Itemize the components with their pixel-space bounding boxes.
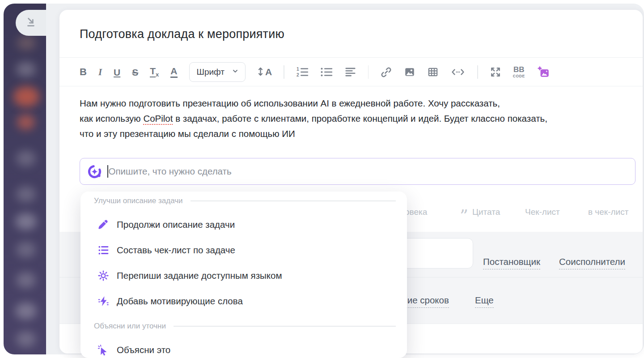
spellcheck-word: CoPilot xyxy=(143,113,173,124)
task-title[interactable]: Подготовка доклада к мероприятию xyxy=(80,26,284,42)
blurred-icon xyxy=(16,331,36,347)
sun-icon xyxy=(97,270,109,281)
checklist-action[interactable]: Чек-лист xyxy=(525,207,560,217)
blurred-icon xyxy=(16,242,36,258)
align-button[interactable] xyxy=(344,66,356,78)
menu-item-make-checklist[interactable]: Составь чек-лист по задаче xyxy=(80,243,402,258)
assigner-link[interactable]: Постановщик xyxy=(483,256,540,269)
blurred-icon xyxy=(13,86,39,107)
text-color-button[interactable]: A xyxy=(170,66,177,78)
font-size-button[interactable]: A xyxy=(257,66,272,78)
copilot-input-placeholder: Опишите, что нужно сделать xyxy=(109,166,232,177)
blurred-icon xyxy=(16,186,36,202)
blurred-icon xyxy=(17,36,36,50)
svg-text:1: 1 xyxy=(297,67,299,72)
menu-item-add-motivation[interactable]: Добавь мотивирующие слова xyxy=(80,294,402,309)
blurred-icon xyxy=(17,115,35,130)
collapse-arrow-icon xyxy=(25,17,37,30)
blurred-icon xyxy=(15,303,37,320)
bbcode-button[interactable]: BB CODE xyxy=(513,66,525,78)
arrows-vertical-icon xyxy=(257,66,264,78)
table-button[interactable] xyxy=(427,66,439,78)
copilot-dropdown-menu: Улучши описание задачи Продолжи описание… xyxy=(80,192,407,358)
clear-format-button[interactable]: Tx xyxy=(150,66,159,77)
assignee-box[interactable] xyxy=(396,238,473,268)
strikethrough-button[interactable]: S xyxy=(132,68,138,77)
divider xyxy=(59,86,643,86)
menu-item-explain-this[interactable]: Объясни это xyxy=(80,342,402,358)
bullet-list-button[interactable] xyxy=(320,66,333,78)
more-link[interactable]: Еще xyxy=(475,295,494,308)
coexecutors-link[interactable]: Соисполнители xyxy=(559,256,625,269)
menu-group-improve: Улучши описание задачи xyxy=(94,193,396,209)
copilot-icon xyxy=(87,164,102,179)
svg-text:2: 2 xyxy=(297,72,299,77)
menu-item-continue-description[interactable]: Продолжи описание задачи xyxy=(80,217,402,232)
lightning-icon xyxy=(97,295,109,307)
sidebar-collapse-button[interactable] xyxy=(16,10,46,36)
checklist-icon xyxy=(97,244,109,256)
chevron-down-icon xyxy=(232,67,239,77)
text-cursor xyxy=(107,165,108,178)
font-family-select[interactable]: Шрифт xyxy=(189,62,246,82)
editor-toolbar: B I U S Tx A Шрифт A 1 2 xyxy=(80,58,636,86)
toolbar-separator xyxy=(477,65,478,79)
to-checklist-action[interactable]: в чек-лист xyxy=(588,207,628,217)
blurred-icon xyxy=(16,150,36,166)
ai-image-icon[interactable] xyxy=(537,65,550,79)
blurred-icon xyxy=(16,62,36,77)
link-button[interactable] xyxy=(380,66,392,78)
header-rule xyxy=(174,326,396,327)
bold-button[interactable]: B xyxy=(80,67,87,77)
code-button[interactable] xyxy=(450,66,466,78)
blurred-icon xyxy=(15,213,37,230)
task-description-text[interactable]: Нам нужно подготовить презентацию об исп… xyxy=(80,96,547,141)
cursor-icon xyxy=(97,344,109,356)
ordered-list-button[interactable]: 1 2 xyxy=(296,66,309,78)
divider xyxy=(59,57,643,58)
navigation-sidebar xyxy=(4,4,46,354)
image-button[interactable] xyxy=(404,66,415,78)
underline-button[interactable]: U xyxy=(114,68,120,77)
header-rule xyxy=(191,200,396,201)
menu-item-rewrite-simple[interactable]: Перепиши задание доступным языком xyxy=(80,268,402,283)
menu-group-explain: Объясни или уточни xyxy=(94,319,396,334)
toolbar-separator xyxy=(284,65,284,79)
quote-action[interactable]: ” Цитата xyxy=(460,207,500,217)
pen-icon xyxy=(97,219,109,230)
copilot-prompt-input[interactable]: Опишите, что нужно сделать xyxy=(80,158,636,185)
toolbar-separator xyxy=(368,65,369,79)
italic-button[interactable]: I xyxy=(98,68,102,77)
mention-action-fragment[interactable]: овека xyxy=(405,207,427,217)
blurred-icon xyxy=(16,272,36,288)
expand-button[interactable] xyxy=(490,66,501,78)
